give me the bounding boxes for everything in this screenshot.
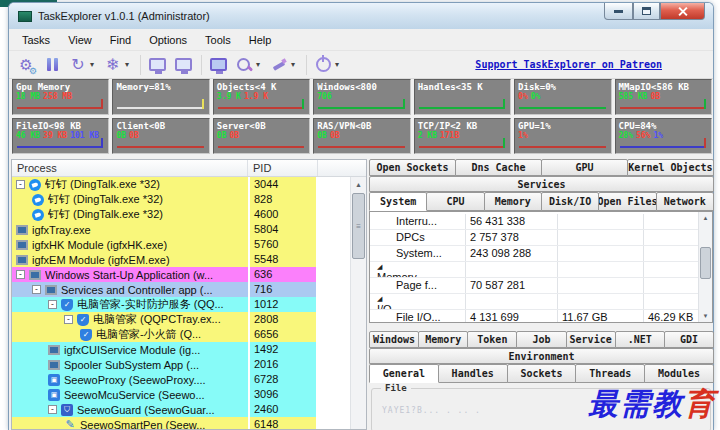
- tab-network[interactable]: Network: [656, 192, 714, 211]
- tab-system[interactable]: System: [369, 192, 427, 211]
- expander-minus-icon[interactable]: -: [16, 180, 25, 189]
- process-pid-cell[interactable]: 2460: [250, 402, 316, 417]
- dropdown-arrow-icon[interactable]: ▾: [291, 60, 300, 69]
- expander-minus-icon[interactable]: -: [48, 405, 57, 414]
- tab-memory[interactable]: Memory: [418, 331, 468, 348]
- process-row[interactable]: igfxTray.exe5804: [12, 222, 366, 237]
- pause-icon[interactable]: [40, 54, 64, 76]
- tab-modules[interactable]: Modules: [644, 364, 714, 383]
- group-name-cell[interactable]: ◢I/O: [370, 294, 466, 309]
- process-name-cell[interactable]: -Services and Controller app (...: [12, 282, 248, 297]
- process-name-cell[interactable]: -电脑管家-实时防护服务 (QQ...: [12, 297, 248, 312]
- process-name-cell[interactable]: igfxTray.exe: [12, 222, 248, 237]
- system-monitor-icon[interactable]: [206, 54, 230, 76]
- process-name-cell[interactable]: SeewoSmartPen (Seew...: [12, 417, 248, 430]
- process-name-cell[interactable]: igfxCUIService Module (ig...: [12, 342, 248, 357]
- process-row[interactable]: 钉钉 (DingTalk.exe *32)4600: [12, 207, 366, 222]
- process-pid-cell[interactable]: 6148: [250, 417, 316, 430]
- process-pid-cell[interactable]: 4600: [250, 207, 316, 222]
- graph-cell-ras-vpn-0b[interactable]: RAS/VPN<0B0B0B: [313, 118, 410, 154]
- process-pid-cell[interactable]: 828: [250, 192, 316, 207]
- graph-cell-fileio-98-kb[interactable]: FileIO<98 KB46 KB39 KB101 KB: [12, 118, 109, 154]
- process-row[interactable]: -电脑管家-实时防护服务 (QQ...1012: [12, 297, 366, 312]
- process-pid-cell[interactable]: 5804: [250, 222, 316, 237]
- tab-net[interactable]: .NET: [615, 331, 665, 348]
- tab-dns-cache[interactable]: Dns Cache: [455, 159, 542, 176]
- table-row[interactable]: ◢Memory: [370, 262, 698, 278]
- process-row[interactable]: Spooler SubSystem App (...2016: [12, 357, 366, 372]
- table-row[interactable]: Page f...70 587 281: [370, 278, 698, 294]
- process-name-cell[interactable]: 电脑管家-小火箭 (Q...: [12, 327, 248, 342]
- process-name-cell[interactable]: SeewoProxy (SeewoProxy....: [12, 372, 248, 387]
- tab-sockets[interactable]: Sockets: [507, 364, 577, 383]
- graph-cell-client-0b[interactable]: Client<0B0B0B: [112, 118, 209, 154]
- dropdown-arrow-icon[interactable]: ▾: [335, 60, 344, 69]
- table-row[interactable]: DPCs2 757 378: [370, 230, 698, 246]
- process-pid-cell[interactable]: 6656: [250, 327, 316, 342]
- scroll-down-icon[interactable]: ▼: [703, 313, 709, 322]
- expander-minus-icon[interactable]: -: [16, 270, 25, 279]
- process-row[interactable]: igfxCUIService Module (ig...1492: [12, 342, 366, 357]
- process-pid-cell[interactable]: 5548: [250, 252, 316, 267]
- graph-cell-tcp-ip-2-kb[interactable]: TCP/IP<2 KB2 KB171B: [414, 118, 511, 154]
- table-row[interactable]: File I/O...4 131 69911.67 GB46.29 KB: [370, 310, 698, 323]
- dropdown-arrow-icon[interactable]: ▾: [125, 60, 134, 69]
- process-row[interactable]: SeewoProxy (SeewoProxy....6728: [12, 372, 366, 387]
- process-pid-cell[interactable]: 716: [250, 282, 316, 297]
- graph-cell-gpu-memory[interactable]: Gpu Memory18 MB258 MB: [12, 79, 109, 115]
- graph-cell-objects-4-k[interactable]: Objects<4 K3.9 K1.9 K: [213, 79, 310, 115]
- process-row[interactable]: igfxHK Module (igfxHK.exe)5760: [12, 237, 366, 252]
- expander-minus-icon[interactable]: -: [48, 300, 57, 309]
- column-header-pid[interactable]: PID: [248, 160, 318, 176]
- process-pid-cell[interactable]: 6728: [250, 372, 316, 387]
- process-pid-cell[interactable]: 5760: [250, 237, 316, 252]
- titlebar[interactable]: TaskExplorer v1.0.1 (Administrator): [9, 3, 713, 29]
- shutdown-power-icon[interactable]: [311, 54, 335, 76]
- menu-item-find[interactable]: Find: [101, 31, 140, 49]
- tab-general[interactable]: General: [369, 364, 439, 383]
- menu-item-options[interactable]: Options: [140, 31, 196, 49]
- tab-gdi[interactable]: GDI: [664, 331, 714, 348]
- table-row[interactable]: Interru...56 431 338: [370, 214, 698, 230]
- graph-cell-disk-0[interactable]: Disk=0%0%0%: [514, 79, 611, 115]
- tree-expanded-icon[interactable]: ◢: [377, 263, 458, 271]
- process-row[interactable]: igfxEM Module (igfxEM.exe)5548: [12, 252, 366, 267]
- process-row[interactable]: -电脑管家 (QQPCTray.ex...2808: [12, 312, 366, 327]
- freeze-icon[interactable]: ❄: [101, 54, 125, 76]
- graph-cell-memory-81[interactable]: Memory=81%: [112, 79, 209, 115]
- tab-disk-io[interactable]: Disk/IO: [541, 192, 599, 211]
- table-row[interactable]: ◢I/O: [370, 294, 698, 310]
- minimize-button[interactable]: [604, 3, 633, 20]
- graph-cell-handles-35-k[interactable]: Handles<35 K: [414, 79, 511, 115]
- graph-cell-cpu-84[interactable]: CPU=84%28%56%1%: [615, 118, 712, 154]
- menu-item-view[interactable]: View: [59, 31, 101, 49]
- tab-threads[interactable]: Threads: [575, 364, 645, 383]
- process-pid-cell[interactable]: 3096: [250, 387, 316, 402]
- maximize-button[interactable]: [633, 3, 660, 20]
- process-pid-cell[interactable]: 2016: [250, 357, 316, 372]
- process-row[interactable]: SeewoSmartPen (Seew...6148: [12, 417, 366, 430]
- table-row[interactable]: System...243 098 288: [370, 246, 698, 262]
- table-scrollbar[interactable]: ▲ ▼: [698, 212, 712, 322]
- graph-cell-server-0b[interactable]: Server<0B0B0B: [213, 118, 310, 154]
- process-pid-cell[interactable]: 1492: [250, 342, 316, 357]
- tab-handles[interactable]: Handles: [438, 364, 508, 383]
- menu-item-tasks[interactable]: Tasks: [13, 31, 59, 49]
- process-name-cell[interactable]: igfxHK Module (igfxHK.exe): [12, 237, 248, 252]
- process-name-cell[interactable]: -SeewoGuard (SeewoGuar...: [12, 402, 248, 417]
- process-row[interactable]: -钉钉 (DingTalk.exe *32)3044: [12, 177, 366, 192]
- process-row[interactable]: 电脑管家-小火箭 (Q...6656: [12, 327, 366, 342]
- process-name-cell[interactable]: -Windows Start-Up Application (w...: [12, 267, 248, 282]
- scrollbar-thumb[interactable]: [700, 247, 711, 279]
- scroll-up-icon[interactable]: ▲: [351, 177, 366, 191]
- process-row[interactable]: -Windows Start-Up Application (w...636: [12, 267, 366, 282]
- tab-environment[interactable]: Environment: [369, 348, 714, 364]
- tab-cpu[interactable]: CPU: [426, 192, 484, 211]
- expander-minus-icon[interactable]: -: [64, 315, 73, 324]
- process-name-cell[interactable]: -电脑管家 (QQPCTray.ex...: [12, 312, 248, 327]
- run-task-icon[interactable]: [145, 54, 169, 76]
- settings-gears-icon[interactable]: ⚙⚙: [14, 54, 38, 76]
- tab-open-sockets[interactable]: Open Sockets: [369, 159, 456, 176]
- tab-gpu[interactable]: GPU: [541, 159, 628, 176]
- process-name-cell[interactable]: 钉钉 (DingTalk.exe *32): [12, 192, 248, 207]
